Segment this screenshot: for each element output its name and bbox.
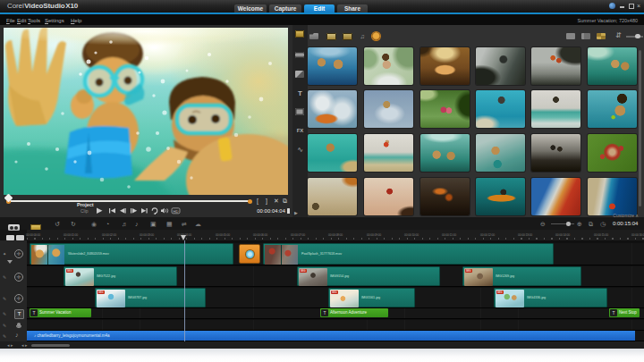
svg-text:HD: HD: [174, 209, 179, 214]
